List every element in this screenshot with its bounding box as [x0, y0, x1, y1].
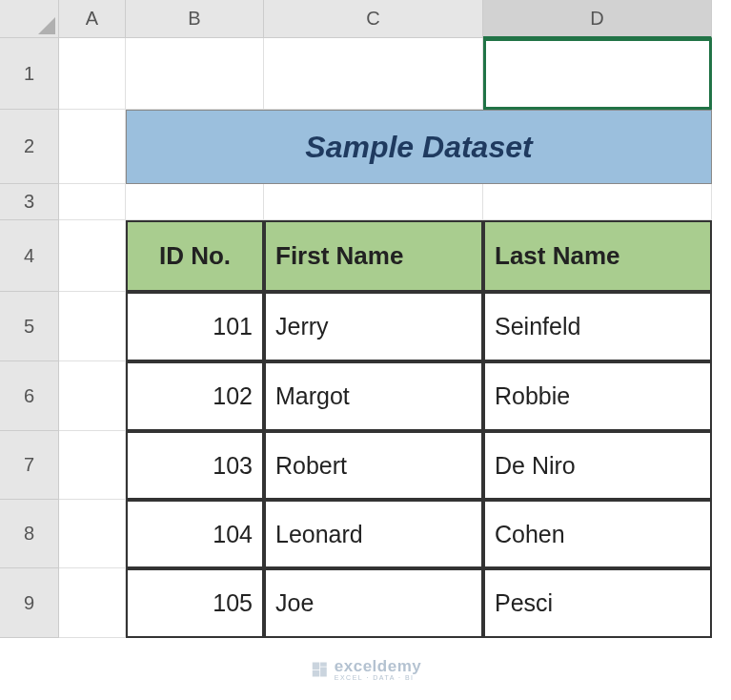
exceldemy-logo-icon — [310, 660, 329, 679]
table-header-last[interactable]: Last Name — [483, 220, 712, 292]
col-header-d[interactable]: D — [483, 0, 712, 38]
row-header-9[interactable]: 9 — [0, 568, 59, 638]
table-row[interactable]: Robert — [264, 431, 483, 500]
cell-d3[interactable] — [483, 184, 712, 220]
dataset-title[interactable]: Sample Dataset — [126, 110, 712, 184]
watermark-sub: EXCEL · DATA · BI — [335, 674, 421, 681]
cell-a4[interactable] — [59, 220, 126, 292]
row-header-5[interactable]: 5 — [0, 292, 59, 361]
col-header-b[interactable]: B — [126, 0, 264, 38]
cell-c3[interactable] — [264, 184, 483, 220]
table-row[interactable]: Robbie — [483, 361, 712, 431]
row-header-4[interactable]: 4 — [0, 220, 59, 292]
row-header-7[interactable]: 7 — [0, 431, 59, 500]
row-header-1[interactable]: 1 — [0, 38, 59, 110]
cell-a9[interactable] — [59, 568, 126, 638]
cell-a6[interactable] — [59, 361, 126, 431]
table-header-first[interactable]: First Name — [264, 220, 483, 292]
table-row[interactable]: De Niro — [483, 431, 712, 500]
col-header-a[interactable]: A — [59, 0, 126, 38]
row-header-2[interactable]: 2 — [0, 110, 59, 184]
table-row[interactable]: 101 — [126, 292, 264, 361]
cell-c1[interactable] — [264, 38, 483, 110]
table-row[interactable]: 102 — [126, 361, 264, 431]
col-header-c[interactable]: C — [264, 0, 483, 38]
cell-d1[interactable] — [483, 38, 712, 110]
table-row[interactable]: Pesci — [483, 568, 712, 638]
watermark: exceldemy EXCEL · DATA · BI — [310, 658, 421, 681]
cell-a3[interactable] — [59, 184, 126, 220]
table-row[interactable]: Seinfeld — [483, 292, 712, 361]
table-row[interactable]: Margot — [264, 361, 483, 431]
spreadsheet-grid: A B C D 1 2 Sample Dataset 3 4 ID No. Fi… — [0, 0, 731, 638]
row-header-6[interactable]: 6 — [0, 361, 59, 431]
row-header-3[interactable]: 3 — [0, 184, 59, 220]
cell-a7[interactable] — [59, 431, 126, 500]
cell-a8[interactable] — [59, 500, 126, 568]
row-header-8[interactable]: 8 — [0, 500, 59, 568]
table-row[interactable]: Leonard — [264, 500, 483, 568]
cell-b3[interactable] — [126, 184, 264, 220]
watermark-main: exceldemy — [335, 658, 421, 674]
cell-a1[interactable] — [59, 38, 126, 110]
watermark-text: exceldemy EXCEL · DATA · BI — [335, 658, 421, 681]
table-header-id[interactable]: ID No. — [126, 220, 264, 292]
table-row[interactable]: 104 — [126, 500, 264, 568]
table-row[interactable]: Joe — [264, 568, 483, 638]
table-row[interactable]: 103 — [126, 431, 264, 500]
table-row[interactable]: 105 — [126, 568, 264, 638]
cell-a5[interactable] — [59, 292, 126, 361]
table-row[interactable]: Cohen — [483, 500, 712, 568]
cell-b1[interactable] — [126, 38, 264, 110]
cell-a2[interactable] — [59, 110, 126, 184]
table-row[interactable]: Jerry — [264, 292, 483, 361]
select-all-corner[interactable] — [0, 0, 59, 38]
